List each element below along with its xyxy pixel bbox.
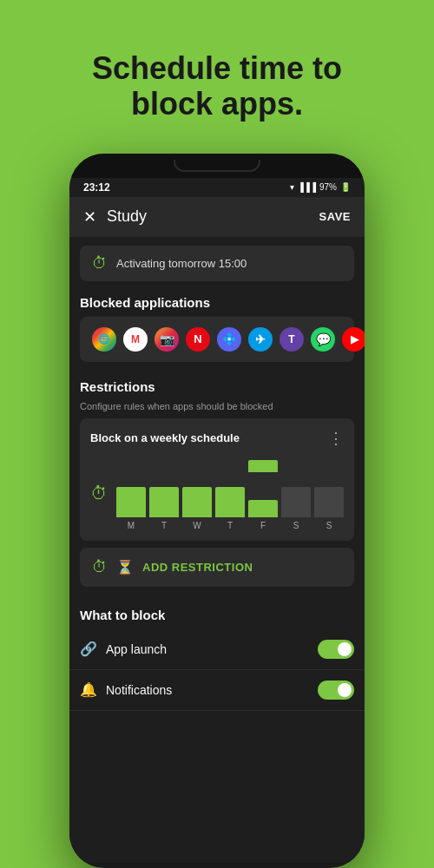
screen-content: ✕ Study SAVE ⏱ Activating tomorrow 15:00… (69, 197, 365, 863)
toolbar: ✕ Study SAVE (69, 197, 365, 237)
save-button[interactable]: SAVE (319, 210, 351, 223)
app-launch-row: 🔗 App launch (69, 629, 365, 670)
bar-saturday (281, 487, 311, 517)
headline: Schedule time to block apps. (23, 0, 411, 154)
status-icons: ▾ ▐▐▐ 97% 🔋 (290, 182, 351, 192)
what-to-block-section: What to block 🔗 App launch 🔔 Notificatio… (69, 595, 365, 714)
bar-sunday (314, 487, 344, 517)
what-to-block-label: What to block (69, 599, 365, 629)
bars-row (116, 474, 344, 517)
app-launch-toggle[interactable] (318, 640, 354, 659)
activation-clock-icon: ⏱ (92, 254, 108, 273)
add-hourglass-icon: ⏳ (116, 559, 134, 575)
days-row: M T W T F S S (116, 521, 344, 530)
schedule-body: ⏱ (90, 457, 344, 530)
bar-tuesday (149, 487, 179, 517)
day-friday: F (248, 521, 278, 530)
schedule-header: Block on a weekly schedule ⋮ (90, 429, 344, 448)
day-monday: M (116, 521, 146, 530)
blocked-apps-card: 🌐 M 📷 N 💠 ✈ T 💬 ▶ (80, 317, 354, 362)
page-title: Schedule time to block apps. (57, 24, 377, 140)
phone-mockup: 23:12 ▾ ▐▐▐ 97% 🔋 ✕ Study SAVE ⏱ Activ (69, 154, 365, 868)
close-button[interactable]: ✕ (83, 207, 96, 227)
notifications-left: 🔔 Notifications (80, 681, 172, 698)
phone-notch (69, 154, 365, 178)
bar-friday (248, 500, 278, 517)
notch-bar (174, 160, 260, 172)
app-icon-chrome[interactable]: 🌐 (92, 327, 116, 352)
day-thursday: T (215, 521, 245, 530)
day-sunday: S (314, 521, 344, 530)
app-launch-left: 🔗 App launch (80, 641, 167, 657)
schedule-card: Block on a weekly schedule ⋮ ⏱ (80, 418, 354, 541)
app-icon-instagram[interactable]: 📷 (155, 327, 179, 352)
schedule-more-button[interactable]: ⋮ (328, 429, 344, 448)
activation-banner: ⏱ Activating tomorrow 15:00 (80, 246, 354, 281)
wifi-icon: ▾ (290, 182, 294, 192)
notifications-icon: 🔔 (80, 681, 97, 698)
notifications-row: 🔔 Notifications (69, 670, 365, 711)
notifications-toggle[interactable] (318, 681, 354, 700)
battery-text: 97% (319, 182, 337, 192)
app-icon-netflix[interactable]: N (186, 327, 210, 352)
app-icon-youtube[interactable]: ▶ (342, 327, 365, 352)
status-bar: 23:12 ▾ ▐▐▐ 97% 🔋 (69, 178, 365, 197)
app-launch-text: App launch (106, 642, 167, 656)
toolbar-title: Study (107, 207, 147, 226)
blocked-apps-label: Blocked applications (69, 286, 365, 317)
signal-icon: ▐▐▐ (298, 182, 316, 192)
restrictions-label: Restrictions (69, 371, 365, 401)
schedule-grid: M T W T F S S (116, 457, 344, 530)
day-saturday: S (281, 521, 311, 530)
add-restriction-label: ADD RESTRICTION (142, 561, 253, 574)
app-launch-icon: 🔗 (80, 641, 97, 657)
toolbar-left: ✕ Study (83, 207, 147, 227)
status-time: 23:12 (83, 181, 110, 194)
add-clock-icon: ⏱ (92, 558, 108, 576)
activation-text: Activating tomorrow 15:00 (116, 257, 247, 270)
day-wednesday: W (182, 521, 212, 530)
app-icon-gmail[interactable]: M (123, 327, 148, 352)
add-restriction-button[interactable]: ⏱ ⏳ ADD RESTRICTION (80, 548, 354, 587)
day-tuesday: T (149, 521, 179, 530)
app-icon-discord[interactable]: 💠 (217, 327, 241, 352)
app-icons-row: 🌐 M 📷 N 💠 ✈ T 💬 ▶ (92, 327, 365, 352)
app-icon-telegram[interactable]: ✈ (248, 327, 273, 352)
bar-thursday (215, 487, 245, 517)
schedule-title: Block on a weekly schedule (90, 431, 240, 444)
schedule-clock-icon: ⏱ (90, 483, 108, 503)
app-icon-whatsapp[interactable]: 💬 (311, 327, 335, 352)
bar-monday (116, 487, 146, 517)
restrictions-subtitle: Configure rules when apps should be bloc… (69, 401, 365, 418)
phone-shell: 23:12 ▾ ▐▐▐ 97% 🔋 ✕ Study SAVE ⏱ Activ (69, 154, 365, 868)
bar-wednesday (182, 487, 212, 517)
app-icon-twitch[interactable]: T (279, 327, 304, 352)
notifications-text: Notifications (106, 683, 172, 697)
battery-icon: 🔋 (340, 182, 351, 192)
